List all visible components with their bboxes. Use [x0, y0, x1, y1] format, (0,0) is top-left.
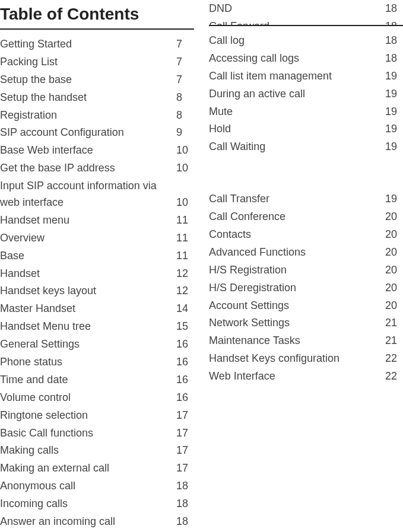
toc-entry: Overview11	[0, 230, 194, 247]
toc-entry-page: 15	[176, 318, 194, 335]
toc-entry-page: 18	[176, 514, 194, 530]
toc-entry: Call Waiting19	[209, 138, 403, 156]
toc-entry-page: 20	[385, 209, 403, 225]
toc-entry-label: Setup the base	[0, 72, 176, 88]
toc-entry-page: 8	[176, 90, 194, 106]
toc-entry-page: 10	[176, 142, 194, 159]
toc-entry: Answer an incoming call18	[0, 513, 194, 531]
toc-entry-page: 17	[176, 407, 194, 424]
toc-entry-label: Base	[0, 248, 176, 265]
toc-entry-label: Mute	[209, 104, 385, 120]
toc-entry-label: Input SIP account information via web in…	[0, 178, 176, 211]
toc-entry: DND18	[209, 0, 403, 18]
toc-entry: Handset Menu tree15	[0, 318, 194, 336]
toc-entry: Ringtone selection17	[0, 407, 194, 425]
toc-entry-page: 12	[176, 283, 194, 300]
toc-entry: Hold19	[209, 120, 403, 138]
toc-entry-page: 20	[385, 227, 403, 243]
toc-entry: During an active call19	[209, 85, 403, 103]
toc-entry-page: 22	[385, 368, 403, 385]
toc-entry-page: 7	[176, 36, 194, 53]
toc-entry: Mute19	[209, 103, 403, 121]
toc-entry-page: 21	[385, 333, 403, 349]
toc-entry: Handset keys layout12	[0, 282, 194, 300]
right-entries: Call log18Accessing call logs18Call list…	[209, 32, 403, 156]
toc-entry: Accessing call logs18	[209, 50, 403, 68]
toc-entry: Handset Keys configuration22	[209, 350, 403, 368]
toc-entry-page: 20	[385, 262, 403, 279]
toc-entry-label: Maintenance Tasks	[209, 333, 385, 349]
toc-entry: Packing List7	[0, 53, 194, 71]
toc-entry-page: 10	[176, 195, 194, 211]
toc-entry-label: Setup the handset	[0, 90, 176, 106]
toc-entry-page: 16	[176, 372, 194, 388]
toc-entry-label: Anonymous call	[0, 478, 176, 495]
toc-entry-page: 19	[385, 191, 403, 208]
left-column: Table of Contents Getting Started7Packin…	[0, 0, 200, 532]
toc-entry-page: 18	[176, 496, 194, 512]
toc-entry: Getting Started7	[0, 36, 194, 53]
toc-entry-page: 17	[176, 442, 194, 459]
spacer	[209, 156, 403, 190]
toc-entry-label: Handset keys layout	[0, 283, 176, 300]
toc-entry-label: Incoming calls	[0, 496, 176, 512]
toc-entry-page: 19	[385, 121, 403, 138]
toc-entry-page: 7	[176, 54, 194, 71]
toc-entry-label: DND	[209, 1, 385, 17]
toc-entry-label: General Settings	[0, 336, 176, 353]
toc-entry: Call list item management19	[209, 68, 403, 85]
toc-entry-label: Handset menu	[0, 212, 176, 229]
toc-entry-label: Get the base IP address	[0, 160, 176, 177]
toc-entry-page: 18	[385, 1, 403, 17]
toc-entry: Base Web interface10	[0, 142, 194, 160]
toc-entry-page: 10	[176, 160, 194, 177]
toc-entry-label: Time and date	[0, 372, 176, 388]
toc-entry-page: 22	[385, 351, 403, 367]
right-entries-2: Call Transfer19Call Conference20Contacts…	[209, 190, 403, 386]
toc-entry: Base11	[0, 247, 194, 265]
toc-entry-label: Web Interface	[209, 368, 385, 385]
toc-page: Table of Contents Getting Started7Packin…	[0, 0, 403, 532]
toc-entry-label: Base Web interface	[0, 142, 176, 159]
toc-entry: Web Interface22	[209, 368, 403, 386]
toc-entry-label: Volume control	[0, 390, 176, 406]
toc-entry-page: 11	[176, 248, 194, 265]
toc-entry-label: Handset	[0, 266, 176, 282]
toc-entry: Setup the base7	[0, 71, 194, 89]
toc-entry: Contacts20	[209, 226, 403, 244]
toc-entry-label: Accessing call logs	[209, 50, 385, 67]
toc-entry-label: SIP account Configuration	[0, 125, 176, 141]
toc-entry-page: 16	[176, 354, 194, 371]
toc-entry-page: 16	[176, 336, 194, 353]
toc-entry: Making calls17	[0, 442, 194, 460]
toc-entry-page: 16	[176, 390, 194, 406]
toc-entry-page: 19	[385, 104, 403, 120]
toc-entry-label: H/S Deregistration	[209, 280, 385, 297]
toc-entry: SIP account Configuration9	[0, 124, 194, 142]
toc-entry-label: Call log	[209, 33, 385, 49]
toc-entry-page: 17	[176, 425, 194, 442]
toc-entry-page: 11	[176, 230, 194, 247]
toc-entry: Registration8	[0, 107, 194, 125]
toc-entry: Basic Call functions17	[0, 425, 194, 442]
toc-entry-label: Answer an incoming call	[0, 514, 176, 530]
toc-entry-page: 18	[385, 18, 403, 26]
toc-entry-label: Handset Keys configuration	[209, 351, 385, 367]
toc-entry-label: Advanced Functions	[209, 244, 385, 261]
toc-entry-page: 9	[176, 125, 194, 141]
toc-entry: Handset menu11	[0, 212, 194, 230]
toc-entry: Network Settings21	[209, 314, 403, 332]
left-entries: Getting Started7Packing List7Setup the b…	[0, 36, 194, 532]
toc-entry-page: 19	[385, 139, 403, 155]
toc-entry-label: During an active call	[209, 86, 385, 103]
toc-entry-label: Call list item management	[209, 68, 385, 85]
toc-entry: Making an external call17	[0, 460, 194, 477]
toc-entry: Handset12	[0, 265, 194, 283]
toc-entry: Setup the handset8	[0, 89, 194, 107]
toc-entry-label: Packing List	[0, 54, 176, 71]
toc-entry-label: Making an external call	[0, 460, 176, 477]
toc-entry: H/S Registration20	[209, 262, 403, 279]
toc-entry-page: 19	[385, 86, 403, 103]
toc-entry: H/S Deregistration20	[209, 279, 403, 297]
toc-entry: Maintenance Tasks21	[209, 332, 403, 350]
